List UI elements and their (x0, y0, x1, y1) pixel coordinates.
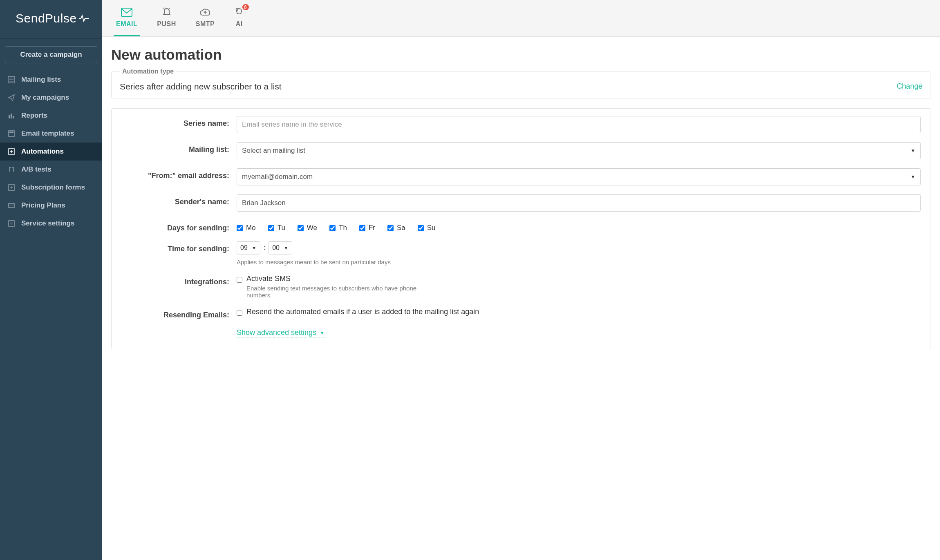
chevron-down-icon: ▼ (284, 245, 289, 251)
list-icon (7, 76, 16, 84)
resend-text: Resend the automated emails if a user is… (246, 308, 479, 316)
time-helper: Applies to messages meant to be sent on … (237, 259, 921, 265)
sidebar-item-my-campaigns[interactable]: My campaigns (0, 89, 102, 107)
day-fr[interactable]: Fr (359, 224, 375, 232)
resend-label: Resending Emails: (121, 308, 237, 319)
sender-name-label: Sender's name: (121, 194, 237, 206)
svg-point-16 (11, 223, 12, 224)
day-fr-checkbox[interactable] (359, 225, 365, 231)
chart-icon (7, 112, 16, 120)
sidebar-item-email-templates[interactable]: Email templates (0, 125, 102, 143)
sidebar-item-label: Email templates (21, 129, 74, 138)
sidebar-item-label: A/B tests (21, 165, 51, 174)
series-name-label: Series name: (121, 116, 237, 128)
create-campaign-button[interactable]: Create a campaign (5, 46, 97, 63)
sidebar-item-reports[interactable]: Reports (0, 107, 102, 125)
sidebar: SendPulse Create a campaign Mailing list… (0, 0, 102, 560)
sidebar-item-label: Automations (21, 147, 64, 156)
show-advanced-link[interactable]: Show advanced settings ▼ (237, 328, 325, 337)
day-su-checkbox[interactable] (418, 225, 424, 231)
sidebar-item-label: Subscription forms (21, 183, 85, 192)
svg-rect-17 (121, 8, 132, 16)
sidebar-item-pricing-plans[interactable]: Pricing Plans (0, 196, 102, 214)
mailing-list-select[interactable]: Select an mailing list ▼ (237, 142, 921, 159)
settings-icon (7, 219, 16, 228)
tab-label: EMAIL (116, 20, 137, 28)
day-mo[interactable]: Mo (237, 224, 256, 232)
brand-logo: SendPulse (0, 0, 102, 39)
svg-rect-6 (13, 116, 14, 118)
activate-sms-checkbox[interactable] (237, 277, 242, 283)
tab-email[interactable]: EMAIL (114, 2, 140, 36)
main: EMAIL PUSH SMTP β AI New automation Auto… (102, 0, 940, 560)
bell-icon (162, 7, 172, 17)
sidebar-nav: Mailing lists My campaigns Reports Email… (0, 71, 102, 232)
sidebar-item-subscription-forms[interactable]: Subscription forms (0, 178, 102, 196)
sidebar-item-service-settings[interactable]: Service settings (0, 214, 102, 232)
svg-rect-5 (11, 114, 12, 118)
sidebar-item-label: Reports (21, 112, 47, 120)
chevron-down-icon: ▼ (911, 148, 915, 154)
day-we[interactable]: We (298, 224, 317, 232)
svg-rect-8 (9, 132, 13, 133)
hour-select[interactable]: 09▼ (237, 241, 260, 254)
caret-down-icon: ▼ (320, 330, 325, 336)
time-separator: : (264, 244, 265, 252)
day-tu-checkbox[interactable] (268, 225, 274, 231)
sidebar-item-ab-tests[interactable]: A/B tests (0, 161, 102, 178)
sidebar-item-label: Pricing Plans (21, 201, 65, 210)
day-sa[interactable]: Sa (387, 224, 405, 232)
mailing-list-value: Select an mailing list (242, 147, 305, 155)
days-label: Days for sending: (121, 221, 237, 232)
day-mo-checkbox[interactable] (237, 225, 243, 231)
tab-label: AI (236, 20, 243, 28)
tab-ai[interactable]: β AI (232, 2, 246, 36)
sidebar-item-label: My campaigns (21, 94, 69, 102)
from-email-select[interactable]: myemail@domain.com ▼ (237, 168, 921, 185)
day-sa-checkbox[interactable] (387, 225, 394, 231)
tab-smtp[interactable]: SMTP (193, 2, 217, 36)
sidebar-item-mailing-lists[interactable]: Mailing lists (0, 71, 102, 89)
email-icon (121, 7, 132, 17)
activate-sms-text: Activate SMS (246, 274, 418, 283)
chevron-down-icon: ▼ (911, 174, 915, 180)
tab-label: SMTP (196, 20, 215, 28)
integrations-label: Integrations: (121, 274, 237, 286)
change-link[interactable]: Change (897, 82, 922, 91)
sender-name-input[interactable] (237, 194, 921, 212)
form-icon (7, 183, 16, 192)
day-we-checkbox[interactable] (298, 225, 304, 231)
day-su[interactable]: Su (418, 224, 436, 232)
svg-rect-13 (9, 203, 14, 207)
automation-form: Series name: Mailing list: Select an mai… (111, 108, 931, 349)
sidebar-item-automations[interactable]: Automations (0, 143, 102, 161)
top-tabs: EMAIL PUSH SMTP β AI (102, 0, 940, 37)
automation-type-box: Automation type Series after adding new … (111, 68, 931, 98)
day-tu[interactable]: Tu (268, 224, 285, 232)
series-name-input[interactable] (237, 116, 921, 133)
automation-type-value: Series after adding new subscriber to a … (120, 82, 282, 91)
minute-select[interactable]: 00▼ (269, 241, 292, 254)
template-icon (7, 129, 16, 138)
automation-type-legend: Automation type (120, 68, 176, 75)
svg-rect-15 (9, 221, 14, 226)
send-icon (7, 94, 16, 102)
from-email-label: "From:" email address: (121, 168, 237, 180)
pulse-icon (78, 14, 89, 22)
chevron-down-icon: ▼ (252, 245, 257, 251)
from-email-value: myemail@domain.com (242, 173, 313, 181)
day-th[interactable]: Th (329, 224, 347, 232)
svg-rect-4 (9, 115, 10, 118)
time-label: Time for sending: (121, 241, 237, 253)
content: New automation Automation type Series af… (102, 37, 940, 359)
resend-checkbox[interactable] (237, 310, 242, 316)
mailing-list-label: Mailing list: (121, 142, 237, 154)
brand-text: SendPulse (16, 11, 77, 25)
page-title: New automation (111, 47, 931, 63)
pricing-icon (7, 201, 16, 210)
tab-push[interactable]: PUSH (154, 2, 178, 36)
tab-label: PUSH (157, 20, 176, 28)
day-th-checkbox[interactable] (329, 225, 336, 231)
activate-sms-sub: Enable sending text messages to subscrib… (246, 285, 418, 299)
beta-badge: β (242, 4, 249, 10)
